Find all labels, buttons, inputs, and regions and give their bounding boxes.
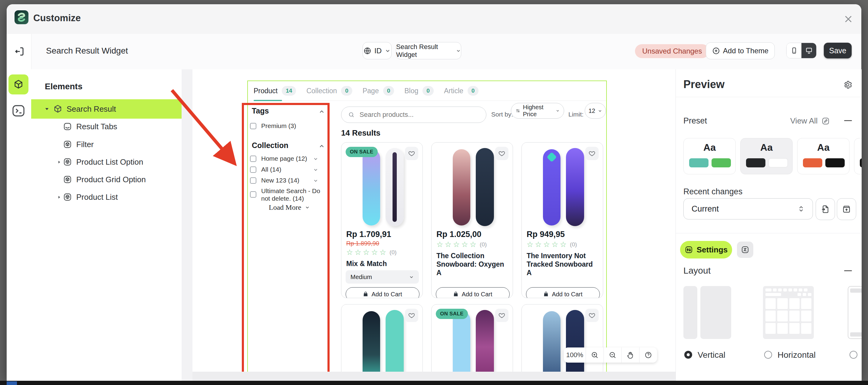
product-image	[543, 311, 560, 377]
save-button[interactable]: Save	[824, 43, 851, 58]
wishlist-heart-icon[interactable]	[585, 147, 599, 160]
tab-product[interactable]: Product 14	[254, 86, 296, 96]
product-rating: ☆☆☆☆☆ (0)	[527, 240, 577, 249]
rail-elements-tool[interactable]	[8, 75, 28, 94]
add-to-cart-button[interactable]: Add to Cart	[526, 287, 600, 298]
product-card[interactable]: Rp 1.025,00 ☆☆☆☆☆ (0) The Collection Sno…	[431, 142, 513, 298]
wishlist-heart-icon[interactable]	[405, 309, 418, 322]
settings-tab-button[interactable]: Settings	[680, 241, 732, 259]
product-card[interactable]	[522, 304, 603, 377]
search-input[interactable]	[359, 111, 475, 119]
tab-article[interactable]: Article 0	[444, 86, 478, 96]
title-bar: Customize	[7, 4, 861, 34]
product-price: Rp 1.025,00	[436, 230, 482, 239]
product-image	[363, 311, 380, 377]
translate-tab-button[interactable]	[737, 241, 753, 258]
filter-checkbox-new-123[interactable]: New 123 (14)	[250, 177, 299, 184]
limit-dropdown[interactable]: 12	[585, 103, 606, 119]
sidebar-scroll-gutter[interactable]	[182, 69, 193, 381]
add-to-theme-label: Add to Theme	[723, 47, 768, 55]
product-card[interactable]: ON SALE Rp 1.709,91 Rp 1.899,90 ☆☆☆☆☆ (0…	[341, 142, 423, 298]
tree-item-search-result[interactable]: Search Result	[31, 100, 182, 118]
sort-dropdown[interactable]: Highest Price	[511, 103, 564, 119]
checkbox[interactable]	[250, 155, 256, 162]
filter-checkbox-home-page[interactable]: Home page (12)	[250, 155, 307, 162]
tree-item-result-tabs[interactable]: Result Tabs	[31, 118, 182, 135]
layout-radio-horizontal[interactable]	[764, 351, 772, 359]
tree-item-product-list[interactable]: Product List	[31, 188, 182, 206]
add-to-cart-button[interactable]: Add to Cart	[436, 287, 510, 298]
checkbox[interactable]	[250, 177, 256, 184]
help-icon[interactable]	[639, 348, 657, 363]
chevron-down-icon	[385, 48, 391, 54]
tab-collection[interactable]: Collection 0	[306, 86, 352, 96]
rail-console-tool[interactable]	[11, 103, 26, 118]
language-dropdown[interactable]: ID	[363, 42, 392, 59]
expand-item-icon[interactable]	[313, 167, 318, 173]
wishlist-heart-icon[interactable]	[495, 147, 508, 160]
gear-icon[interactable]	[843, 80, 852, 90]
tree-item-product-grid-option[interactable]: Product Grid Option	[31, 171, 182, 188]
product-card[interactable]: Rp 949,95 ☆☆☆☆☆ (0) The Inventory Not Tr…	[522, 142, 603, 298]
exit-editor-icon[interactable]	[14, 46, 25, 57]
limit-value: 12	[588, 108, 595, 114]
sliders-icon	[685, 245, 693, 254]
tab-page[interactable]: Page 0	[363, 86, 394, 96]
checkbox[interactable]	[250, 191, 256, 198]
collapse-section-icon[interactable]	[318, 143, 325, 150]
add-to-theme-button[interactable]: Add to Theme	[706, 42, 775, 59]
layout-radio-third[interactable]	[849, 351, 858, 359]
tabs-divider	[248, 100, 606, 101]
product-card[interactable]	[341, 304, 423, 377]
plus-circle-icon	[712, 47, 720, 55]
recent-changes-select[interactable]: Current	[683, 198, 813, 219]
preset-option[interactable]: Aa	[797, 138, 849, 174]
expand-item-icon[interactable]	[313, 156, 318, 161]
product-title[interactable]: The Inventory Not Tracked Snowboard A	[527, 251, 599, 277]
preset-option-selected[interactable]: Aa	[740, 138, 793, 174]
widget-dropdown[interactable]: Search Result Widget	[396, 42, 461, 59]
collapse-preset-icon[interactable]	[844, 120, 852, 121]
collapse-section-icon[interactable]	[318, 108, 325, 115]
product-title[interactable]: The Collection Snowboard: Oxygen A	[436, 251, 508, 277]
preset-option[interactable]: Aa	[854, 138, 862, 174]
view-all-button[interactable]: View All	[790, 116, 830, 126]
variant-dropdown[interactable]: Medium	[346, 270, 419, 284]
phone-icon	[790, 47, 798, 54]
tab-blog[interactable]: Blog 0	[404, 86, 434, 96]
product-title[interactable]: Mix & Match	[346, 259, 418, 268]
tree-item-filter[interactable]: Filter	[31, 136, 182, 153]
on-sale-badge: ON SALE	[346, 147, 378, 157]
filter-checkbox-all[interactable]: All (14)	[250, 166, 281, 173]
pan-hand-icon[interactable]	[621, 348, 639, 363]
zoom-in-icon[interactable]	[586, 348, 603, 363]
wishlist-heart-icon[interactable]	[585, 309, 599, 322]
layout-radio-vertical[interactable]	[684, 351, 692, 359]
tree-item-product-list-option[interactable]: Product List Option	[31, 153, 182, 171]
zoom-out-icon[interactable]	[603, 348, 621, 363]
backdrop-blue-chip	[7, 381, 17, 385]
checkbox[interactable]	[250, 123, 256, 129]
desktop-view-toggle[interactable]	[801, 43, 816, 58]
filter-checkbox-ultimate-search[interactable]: Ultimate Search - Do not delete. (14)	[250, 187, 326, 202]
canvas-bottom-scroll-strip[interactable]	[192, 372, 676, 381]
archive-upload-button[interactable]	[837, 198, 856, 220]
panel-heading: Preview	[683, 78, 724, 91]
load-more-button[interactable]: Load More	[269, 203, 310, 212]
product-card[interactable]: ON SALE	[431, 304, 513, 377]
collapse-layout-icon[interactable]	[844, 270, 852, 271]
tree-item-label: Filter	[76, 140, 94, 149]
preset-option[interactable]: Aa	[683, 138, 736, 174]
device-toggle[interactable]	[786, 43, 816, 58]
tab-count-badge: 0	[383, 86, 394, 96]
add-to-cart-button[interactable]: Add to Cart	[346, 287, 420, 298]
close-icon[interactable]	[843, 13, 854, 25]
wishlist-heart-icon[interactable]	[495, 309, 508, 322]
preset-swatch	[712, 158, 731, 167]
import-changes-button[interactable]	[816, 198, 835, 220]
expand-item-icon[interactable]	[313, 178, 318, 183]
mobile-view-toggle[interactable]	[786, 43, 801, 58]
filter-checkbox-premium[interactable]: Premium (3)	[250, 122, 296, 129]
checkbox[interactable]	[250, 167, 256, 173]
wishlist-heart-icon[interactable]	[405, 147, 418, 160]
